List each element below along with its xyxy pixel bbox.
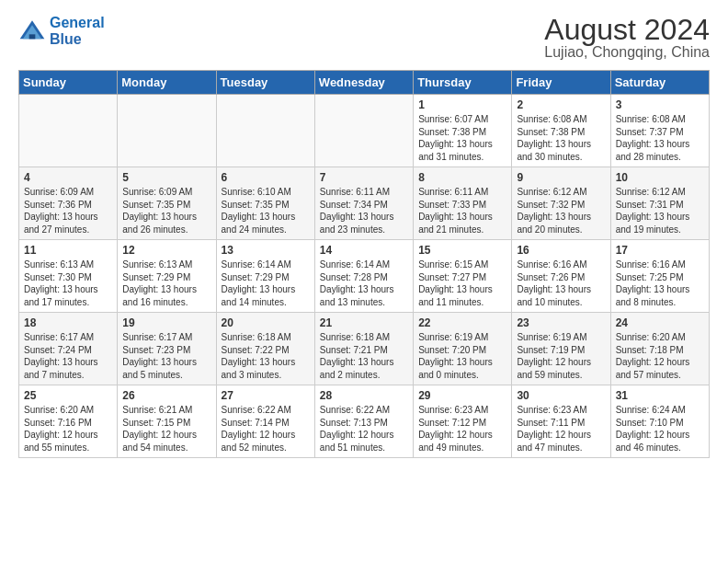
weekday-header-sunday: Sunday <box>19 71 118 95</box>
day-number: 27 <box>222 389 310 402</box>
calendar-cell: 4Sunrise: 6:09 AM Sunset: 7:36 PM Daylig… <box>19 167 118 240</box>
day-number: 19 <box>122 316 210 329</box>
weekday-header-wednesday: Wednesday <box>314 71 413 95</box>
day-number: 4 <box>24 171 112 184</box>
day-content: Sunrise: 6:14 AM Sunset: 7:28 PM Dayligh… <box>320 259 408 308</box>
day-number: 20 <box>222 316 310 329</box>
day-content: Sunrise: 6:21 AM Sunset: 7:15 PM Dayligh… <box>122 404 210 454</box>
day-number: 10 <box>616 171 704 184</box>
calendar-cell: 3Sunrise: 6:08 AM Sunset: 7:37 PM Daylig… <box>610 95 709 167</box>
weekday-header-saturday: Saturday <box>610 71 709 95</box>
day-number: 21 <box>320 316 408 329</box>
calendar-cell: 20Sunrise: 6:18 AM Sunset: 7:22 PM Dayli… <box>216 313 314 385</box>
calendar-cell: 7Sunrise: 6:11 AM Sunset: 7:34 PM Daylig… <box>314 167 413 240</box>
calendar-cell: 19Sunrise: 6:17 AM Sunset: 7:23 PM Dayli… <box>118 313 216 385</box>
weekday-header-monday: Monday <box>118 71 216 95</box>
calendar-cell: 26Sunrise: 6:21 AM Sunset: 7:15 PM Dayli… <box>118 385 216 458</box>
calendar-cell: 30Sunrise: 6:23 AM Sunset: 7:11 PM Dayli… <box>512 385 610 458</box>
day-content: Sunrise: 6:14 AM Sunset: 7:29 PM Dayligh… <box>222 259 310 308</box>
day-content: Sunrise: 6:23 AM Sunset: 7:11 PM Dayligh… <box>517 404 605 454</box>
day-number: 23 <box>517 316 605 329</box>
day-number: 16 <box>517 244 605 257</box>
calendar-cell: 6Sunrise: 6:10 AM Sunset: 7:35 PM Daylig… <box>216 167 314 240</box>
day-content: Sunrise: 6:17 AM Sunset: 7:24 PM Dayligh… <box>24 331 112 381</box>
day-content: Sunrise: 6:17 AM Sunset: 7:23 PM Dayligh… <box>122 331 210 381</box>
day-content: Sunrise: 6:09 AM Sunset: 7:36 PM Dayligh… <box>24 186 112 236</box>
calendar-cell <box>19 95 118 167</box>
calendar-cell: 16Sunrise: 6:16 AM Sunset: 7:26 PM Dayli… <box>512 240 610 313</box>
day-content: Sunrise: 6:18 AM Sunset: 7:22 PM Dayligh… <box>222 331 310 381</box>
calendar-cell <box>314 95 413 167</box>
day-number: 18 <box>24 316 112 329</box>
calendar-cell: 23Sunrise: 6:19 AM Sunset: 7:19 PM Dayli… <box>512 313 610 385</box>
day-number: 17 <box>616 244 704 257</box>
calendar-cell: 21Sunrise: 6:18 AM Sunset: 7:21 PM Dayli… <box>314 313 413 385</box>
day-number: 5 <box>122 171 210 184</box>
day-content: Sunrise: 6:20 AM Sunset: 7:18 PM Dayligh… <box>616 331 704 381</box>
day-content: Sunrise: 6:20 AM Sunset: 7:16 PM Dayligh… <box>24 404 112 454</box>
calendar-cell: 29Sunrise: 6:23 AM Sunset: 7:12 PM Dayli… <box>414 385 512 458</box>
title-block: August 2024 Lujiao, Chongqing, China <box>544 15 710 61</box>
calendar-cell: 25Sunrise: 6:20 AM Sunset: 7:16 PM Dayli… <box>19 385 118 458</box>
logo-blue: Blue <box>50 31 82 47</box>
calendar-cell: 11Sunrise: 6:13 AM Sunset: 7:30 PM Dayli… <box>19 240 118 313</box>
calendar-week-row: 25Sunrise: 6:20 AM Sunset: 7:16 PM Dayli… <box>19 385 710 458</box>
calendar-cell: 9Sunrise: 6:12 AM Sunset: 7:32 PM Daylig… <box>512 167 610 240</box>
day-content: Sunrise: 6:15 AM Sunset: 7:27 PM Dayligh… <box>418 259 506 308</box>
day-content: Sunrise: 6:16 AM Sunset: 7:25 PM Dayligh… <box>616 259 704 308</box>
logo-general: General <box>50 15 105 30</box>
calendar-cell: 2Sunrise: 6:08 AM Sunset: 7:38 PM Daylig… <box>512 95 610 167</box>
day-number: 9 <box>517 171 605 184</box>
calendar-cell: 27Sunrise: 6:22 AM Sunset: 7:14 PM Dayli… <box>216 385 314 458</box>
day-content: Sunrise: 6:13 AM Sunset: 7:29 PM Dayligh… <box>122 259 210 308</box>
day-number: 8 <box>418 171 506 184</box>
calendar-cell: 31Sunrise: 6:24 AM Sunset: 7:10 PM Dayli… <box>610 385 709 458</box>
month-year-title: August 2024 <box>544 15 710 44</box>
day-content: Sunrise: 6:08 AM Sunset: 7:37 PM Dayligh… <box>616 113 704 163</box>
day-number: 14 <box>320 244 408 257</box>
page-header: General Blue August 2024 Lujiao, Chongqi… <box>18 15 710 61</box>
calendar-cell: 8Sunrise: 6:11 AM Sunset: 7:33 PM Daylig… <box>414 167 512 240</box>
calendar-cell: 5Sunrise: 6:09 AM Sunset: 7:35 PM Daylig… <box>118 167 216 240</box>
day-content: Sunrise: 6:10 AM Sunset: 7:35 PM Dayligh… <box>222 186 310 236</box>
calendar-cell: 14Sunrise: 6:14 AM Sunset: 7:28 PM Dayli… <box>314 240 413 313</box>
calendar-page: General Blue August 2024 Lujiao, Chongqi… <box>0 0 728 467</box>
day-number: 28 <box>320 389 408 402</box>
weekday-header-row: SundayMondayTuesdayWednesdayThursdayFrid… <box>19 71 710 95</box>
logo-icon <box>18 17 46 45</box>
day-number: 11 <box>24 244 112 257</box>
calendar-cell: 10Sunrise: 6:12 AM Sunset: 7:31 PM Dayli… <box>610 167 709 240</box>
day-content: Sunrise: 6:09 AM Sunset: 7:35 PM Dayligh… <box>122 186 210 236</box>
calendar-cell: 15Sunrise: 6:15 AM Sunset: 7:27 PM Dayli… <box>414 240 512 313</box>
day-number: 2 <box>517 98 605 111</box>
calendar-cell <box>118 95 216 167</box>
weekday-header-friday: Friday <box>512 71 610 95</box>
day-content: Sunrise: 6:11 AM Sunset: 7:34 PM Dayligh… <box>320 186 408 236</box>
location-subtitle: Lujiao, Chongqing, China <box>544 44 710 61</box>
day-number: 3 <box>616 98 704 111</box>
day-number: 25 <box>24 389 112 402</box>
day-number: 6 <box>222 171 310 184</box>
day-content: Sunrise: 6:16 AM Sunset: 7:26 PM Dayligh… <box>517 259 605 308</box>
day-content: Sunrise: 6:22 AM Sunset: 7:13 PM Dayligh… <box>320 404 408 454</box>
calendar-cell: 18Sunrise: 6:17 AM Sunset: 7:24 PM Dayli… <box>19 313 118 385</box>
day-number: 12 <box>122 244 210 257</box>
calendar-week-row: 1Sunrise: 6:07 AM Sunset: 7:38 PM Daylig… <box>19 95 710 167</box>
day-content: Sunrise: 6:24 AM Sunset: 7:10 PM Dayligh… <box>616 404 704 454</box>
calendar-cell: 13Sunrise: 6:14 AM Sunset: 7:29 PM Dayli… <box>216 240 314 313</box>
calendar-table: SundayMondayTuesdayWednesdayThursdayFrid… <box>18 70 710 458</box>
calendar-cell: 24Sunrise: 6:20 AM Sunset: 7:18 PM Dayli… <box>610 313 709 385</box>
day-number: 29 <box>418 389 506 402</box>
day-content: Sunrise: 6:18 AM Sunset: 7:21 PM Dayligh… <box>320 331 408 381</box>
calendar-cell: 22Sunrise: 6:19 AM Sunset: 7:20 PM Dayli… <box>414 313 512 385</box>
day-number: 1 <box>418 98 506 111</box>
calendar-week-row: 18Sunrise: 6:17 AM Sunset: 7:24 PM Dayli… <box>19 313 710 385</box>
day-content: Sunrise: 6:12 AM Sunset: 7:32 PM Dayligh… <box>517 186 605 236</box>
day-content: Sunrise: 6:19 AM Sunset: 7:19 PM Dayligh… <box>517 331 605 381</box>
day-number: 15 <box>418 244 506 257</box>
logo-text: General Blue <box>50 15 105 47</box>
calendar-cell <box>216 95 314 167</box>
day-number: 30 <box>517 389 605 402</box>
weekday-header-tuesday: Tuesday <box>216 71 314 95</box>
day-number: 26 <box>122 389 210 402</box>
